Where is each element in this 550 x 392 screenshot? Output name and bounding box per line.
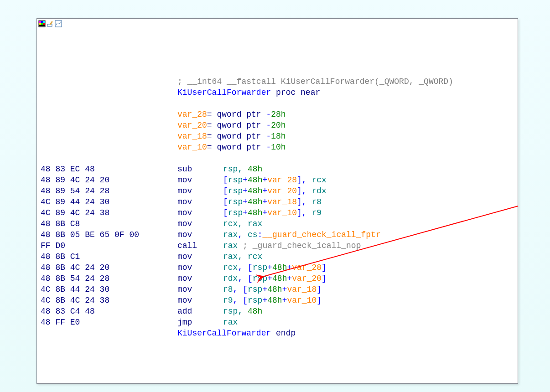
operand[interactable]: var_10 bbox=[287, 296, 317, 305]
operand[interactable]: 48h bbox=[248, 186, 262, 196]
operand[interactable]: + bbox=[243, 186, 248, 196]
operand[interactable]: + bbox=[262, 197, 267, 206]
operand[interactable]: rsp bbox=[253, 263, 267, 272]
operand[interactable]: + bbox=[262, 285, 267, 294]
operand[interactable]: rsp, bbox=[223, 165, 248, 174]
var-name[interactable]: var_20 bbox=[177, 121, 207, 130]
operand[interactable]: ] bbox=[322, 274, 327, 283]
disassembly-listing[interactable]: ; __int64 __fastcall KiUserCallForwarder… bbox=[41, 32, 514, 380]
operand[interactable]: __guard_check_icall_fptr bbox=[262, 230, 380, 239]
operand[interactable]: + bbox=[262, 175, 267, 185]
operand[interactable]: rsp bbox=[248, 296, 262, 305]
operand[interactable]: + bbox=[262, 296, 267, 305]
endp-keyword[interactable]: endp bbox=[276, 329, 296, 338]
operand[interactable]: r8 bbox=[223, 285, 233, 294]
operand[interactable]: rdx bbox=[311, 186, 326, 196]
operand[interactable]: + bbox=[287, 263, 292, 272]
operand[interactable]: rsp bbox=[248, 285, 262, 294]
operand[interactable]: 48h bbox=[248, 197, 262, 206]
operand[interactable]: var_20 bbox=[292, 274, 322, 283]
code-line: 4C 89 44 24 30mov[rsp+48h+var_18], r8 bbox=[41, 196, 514, 207]
operand[interactable]: rax, rcx bbox=[223, 252, 262, 261]
operand[interactable]: , [ bbox=[233, 285, 248, 294]
operand[interactable]: 48h bbox=[267, 285, 282, 294]
operand[interactable]: ] bbox=[322, 263, 327, 272]
operand[interactable]: ] bbox=[317, 285, 322, 294]
operand[interactable]: ] bbox=[317, 296, 322, 305]
comment-text[interactable]: __int64 __fastcall KiUserCallForwarder(_… bbox=[187, 77, 453, 86]
mnemonic: mov bbox=[177, 175, 223, 186]
graph-icon[interactable] bbox=[55, 20, 62, 27]
color-picker-icon[interactable] bbox=[38, 20, 46, 27]
mnemonic: mov bbox=[177, 262, 223, 273]
operand[interactable]: rsp bbox=[228, 175, 243, 185]
operand[interactable]: , [ bbox=[238, 274, 252, 283]
operand[interactable]: 48h bbox=[272, 263, 287, 272]
operand[interactable]: rsp bbox=[228, 208, 243, 217]
operand[interactable]: rdx bbox=[223, 274, 238, 283]
operand[interactable]: + bbox=[243, 208, 248, 217]
operand[interactable]: ], bbox=[297, 208, 311, 217]
operand[interactable]: 48h bbox=[248, 175, 262, 185]
operand[interactable]: , [ bbox=[233, 296, 248, 305]
operand[interactable]: rax bbox=[223, 230, 238, 239]
comment[interactable]: ; bbox=[177, 77, 187, 86]
operand[interactable]: + bbox=[243, 175, 248, 185]
operand[interactable]: r9 bbox=[223, 296, 233, 305]
operand[interactable]: , [ bbox=[238, 263, 252, 272]
edit-icon[interactable] bbox=[47, 20, 54, 27]
operand[interactable]: r9 bbox=[311, 208, 322, 217]
operand[interactable]: , bbox=[238, 230, 248, 239]
operand[interactable]: rsp bbox=[228, 186, 243, 196]
operand[interactable]: + bbox=[287, 274, 292, 283]
operand[interactable]: 48h bbox=[272, 274, 287, 283]
operand[interactable]: rsp bbox=[228, 197, 243, 206]
operand[interactable]: var_20 bbox=[267, 186, 297, 196]
operand[interactable]: 48h bbox=[248, 307, 262, 316]
operand[interactable]: rcx bbox=[223, 263, 238, 272]
operand[interactable]: + bbox=[267, 263, 272, 272]
operand[interactable]: rcx bbox=[311, 175, 326, 185]
operand[interactable]: : bbox=[258, 230, 263, 239]
operand[interactable]: + bbox=[267, 274, 272, 283]
operand[interactable]: ], bbox=[297, 186, 311, 196]
operand[interactable]: 48h bbox=[267, 296, 282, 305]
code-line: ; __int64 __fastcall KiUserCallForwarder… bbox=[41, 76, 514, 87]
operand[interactable]: ], bbox=[297, 175, 311, 185]
instruction-bytes: 48 8B 05 BE 65 0F 00 bbox=[41, 229, 177, 240]
operand[interactable]: var_28 bbox=[267, 175, 297, 185]
var-name[interactable]: var_10 bbox=[177, 143, 207, 152]
operand[interactable]: ; _guard_check_icall_nop bbox=[243, 241, 361, 250]
operand[interactable]: var_28 bbox=[292, 263, 322, 272]
var-name[interactable]: var_18 bbox=[177, 132, 207, 141]
code-line bbox=[41, 153, 514, 164]
operand[interactable]: + bbox=[282, 296, 287, 305]
proc-name[interactable]: KiUserCallForwarder bbox=[177, 88, 276, 97]
operand[interactable]: var_10 bbox=[267, 208, 297, 217]
operand[interactable]: rax bbox=[223, 241, 243, 250]
operand[interactable]: 48h bbox=[248, 208, 262, 217]
var-name[interactable]: var_28 bbox=[177, 110, 207, 119]
code-line bbox=[41, 32, 514, 43]
operand[interactable]: rsp bbox=[253, 274, 267, 283]
operand[interactable]: + bbox=[262, 186, 267, 196]
operand[interactable]: var_18 bbox=[267, 197, 297, 206]
proc-keyword[interactable]: proc near bbox=[276, 88, 320, 97]
operand[interactable]: [ bbox=[223, 197, 228, 206]
operand[interactable]: [ bbox=[223, 175, 228, 185]
operand[interactable]: var_18 bbox=[287, 285, 317, 294]
operand[interactable]: [ bbox=[223, 186, 228, 196]
proc-name[interactable]: KiUserCallForwarder bbox=[177, 329, 276, 338]
code-line: 48 83 C4 48addrsp, 48h bbox=[41, 306, 514, 317]
operand[interactable]: r8 bbox=[311, 197, 322, 206]
operand[interactable]: + bbox=[262, 208, 267, 217]
operand[interactable]: + bbox=[282, 285, 287, 294]
operand[interactable]: [ bbox=[223, 208, 228, 217]
operand[interactable]: rcx, rax bbox=[223, 219, 262, 228]
operand[interactable]: cs bbox=[248, 230, 258, 239]
operand[interactable]: ], bbox=[297, 197, 311, 206]
operand[interactable]: + bbox=[243, 197, 248, 206]
operand[interactable]: 48h bbox=[248, 165, 262, 174]
operand[interactable]: rax bbox=[223, 318, 238, 327]
operand[interactable]: rsp, bbox=[223, 307, 248, 316]
